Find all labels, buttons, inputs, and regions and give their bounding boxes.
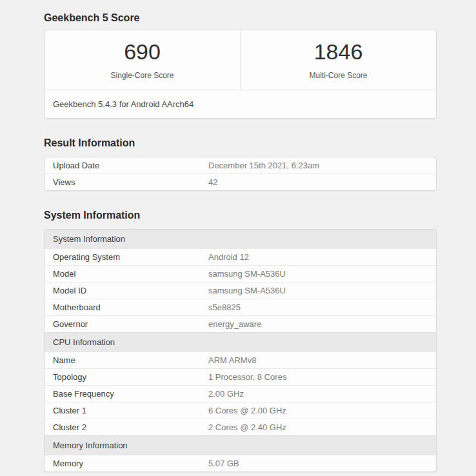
row-value: ARM ARMv8: [208, 352, 436, 368]
row-value: samsung SM-A536U: [208, 283, 436, 299]
row-value: 2.00 GHz: [208, 386, 436, 402]
table-row: Cluster 1 6 Cores @ 2.00 GHz: [45, 402, 436, 419]
row-label: Governor: [45, 316, 208, 332]
benchmark-platform-note: Geekbench 5.4.3 for Android AArch64: [45, 90, 436, 118]
multi-core-score-value: 1846: [314, 41, 363, 63]
row-label: Model: [45, 266, 208, 282]
row-label: Operating System: [45, 249, 208, 265]
single-core-score-cell: 690 Single-Core Score: [45, 30, 240, 90]
row-value: December 15th 2021, 6:23am: [208, 157, 436, 174]
row-label: Upload Date: [45, 157, 208, 174]
system-information-title: System Information: [44, 210, 437, 221]
score-cells: 690 Single-Core Score 1846 Multi-Core Sc…: [45, 30, 436, 90]
table-row: Memory 5.07 GB: [45, 455, 436, 471]
table-row: Governor energy_aware: [45, 315, 436, 332]
row-label: Base Frequency: [45, 386, 208, 402]
benchmark-score-title: Geekbench 5 Score: [44, 12, 437, 23]
row-value: samsung SM-A536U: [208, 266, 436, 282]
table-row: Operating System Android 12: [45, 248, 436, 265]
multi-core-score-label: Multi-Core Score: [309, 71, 367, 80]
score-card: 690 Single-Core Score 1846 Multi-Core Sc…: [44, 30, 437, 119]
row-label: Cluster 1: [45, 402, 208, 419]
row-label: Topology: [45, 369, 208, 385]
row-value: 42: [208, 174, 436, 190]
table-row: Motherboard s5e8825: [45, 299, 436, 315]
table-row: Base Frequency 2.00 GHz: [45, 385, 436, 402]
row-label: Motherboard: [45, 299, 208, 315]
geekbench-result-page: Geekbench 5 Score 690 Single-Core Score …: [0, 0, 476, 472]
row-value: 1 Processor, 8 Cores: [208, 369, 436, 385]
table-row: Cluster 2 2 Cores @ 2.40 GHz: [45, 419, 436, 435]
table-row: Topology 1 Processor, 8 Cores: [45, 368, 436, 385]
row-label: Name: [45, 352, 208, 368]
row-value: 6 Cores @ 2.00 GHz: [208, 402, 436, 419]
single-core-score-label: Single-Core Score: [110, 71, 174, 80]
table-group-header: Memory Information: [45, 435, 436, 455]
row-value: s5e8825: [208, 299, 436, 315]
table-row: Views 42: [45, 174, 436, 190]
table-row: Model samsung SM-A536U: [45, 265, 436, 282]
table-row: Name ARM ARMv8: [45, 352, 436, 368]
row-value: 5.07 GB: [208, 455, 436, 471]
row-label: Memory: [45, 455, 208, 471]
row-label: Views: [45, 174, 208, 190]
row-label: Model ID: [45, 283, 208, 299]
result-information-card: Upload Date December 15th 2021, 6:23am V…: [44, 157, 437, 191]
table-row: Model ID samsung SM-A536U: [45, 282, 436, 299]
table-group-header: CPU Information: [45, 332, 436, 352]
result-information-title: Result Information: [44, 137, 437, 148]
system-information-card: System Information Operating System Andr…: [44, 229, 437, 472]
row-value: energy_aware: [208, 316, 436, 332]
single-core-score-value: 690: [124, 41, 161, 63]
row-label: Cluster 2: [45, 419, 208, 435]
table-row: Upload Date December 15th 2021, 6:23am: [45, 157, 436, 174]
row-value: Android 12: [208, 249, 436, 265]
row-value: 2 Cores @ 2.40 GHz: [208, 419, 436, 435]
table-group-header: System Information: [45, 230, 436, 248]
multi-core-score-cell: 1846 Multi-Core Score: [240, 30, 436, 90]
